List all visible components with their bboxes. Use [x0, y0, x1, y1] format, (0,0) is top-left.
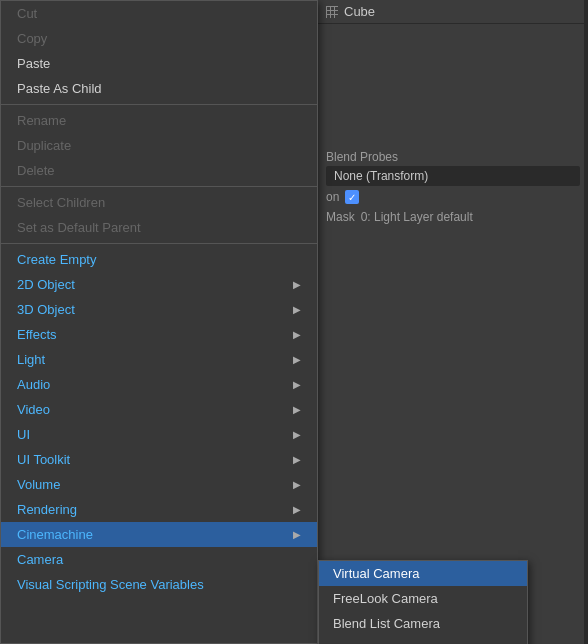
submenu-item-freelook-camera[interactable]: FreeLook Camera — [319, 586, 527, 611]
menu-item-paste-as-child[interactable]: Paste As Child — [1, 76, 317, 101]
submenu-item-blend-list-camera[interactable]: Blend List Camera — [319, 611, 527, 636]
submenu-item-virtual-camera[interactable]: Virtual Camera — [319, 561, 527, 586]
menu-item-create-empty[interactable]: Create Empty — [1, 247, 317, 272]
menu-item-set-default-parent[interactable]: Set as Default Parent — [1, 215, 317, 240]
menu-item-audio[interactable]: Audio ▶ — [1, 372, 317, 397]
inspector-title-text: Cube — [344, 4, 375, 19]
none-transform-value[interactable]: None (Transform) — [326, 166, 580, 186]
checkbox-row: on ✓ — [318, 186, 588, 208]
menu-item-duplicate[interactable]: Duplicate — [1, 133, 317, 158]
blend-probes-label: Blend Probes — [318, 144, 588, 166]
menu-item-volume[interactable]: Volume ▶ — [1, 472, 317, 497]
menu-item-delete[interactable]: Delete — [1, 158, 317, 183]
arrow-icon: ▶ — [293, 479, 301, 490]
menu-item-effects[interactable]: Effects ▶ — [1, 322, 317, 347]
arrow-icon: ▶ — [293, 354, 301, 365]
arrow-icon: ▶ — [293, 454, 301, 465]
menu-item-select-children[interactable]: Select Children — [1, 190, 317, 215]
mask-label: Mask — [326, 210, 355, 224]
menu-item-ui-toolkit[interactable]: UI Toolkit ▶ — [1, 447, 317, 472]
submenu-item-state-driven-camera[interactable]: State-Driven Camera — [319, 636, 527, 644]
menu-item-rendering[interactable]: Rendering ▶ — [1, 497, 317, 522]
inspector-panel: Cube Blend Probes None (Transform) on ✓ … — [318, 0, 588, 644]
on-label: on — [326, 190, 339, 204]
menu-item-copy[interactable]: Copy — [1, 26, 317, 51]
mask-value: 0: Light Layer default — [361, 210, 473, 224]
arrow-icon: ▶ — [293, 504, 301, 515]
separator-2 — [1, 186, 317, 187]
menu-item-cut[interactable]: Cut — [1, 1, 317, 26]
menu-item-3d-object[interactable]: 3D Object ▶ — [1, 297, 317, 322]
arrow-icon: ▶ — [293, 279, 301, 290]
arrow-icon: ▶ — [293, 329, 301, 340]
arrow-icon: ▶ — [293, 379, 301, 390]
separator-3 — [1, 243, 317, 244]
arrow-icon: ▶ — [293, 529, 301, 540]
arrow-icon: ▶ — [293, 304, 301, 315]
menu-item-light[interactable]: Light ▶ — [1, 347, 317, 372]
menu-item-video[interactable]: Video ▶ — [1, 397, 317, 422]
menu-item-camera[interactable]: Camera — [1, 547, 317, 572]
mask-row: Mask 0: Light Layer default — [318, 208, 588, 226]
checkbox-checked[interactable]: ✓ — [345, 190, 359, 204]
inspector-title: Cube — [318, 0, 588, 24]
menu-item-visual-scripting[interactable]: Visual Scripting Scene Variables — [1, 572, 317, 597]
context-menu: Cut Copy Paste Paste As Child Rename Dup… — [0, 0, 318, 644]
menu-item-cinemachine[interactable]: Cinemachine ▶ — [1, 522, 317, 547]
menu-item-ui[interactable]: UI ▶ — [1, 422, 317, 447]
arrow-icon: ▶ — [293, 404, 301, 415]
menu-item-rename[interactable]: Rename — [1, 108, 317, 133]
cinemachine-submenu: Virtual Camera FreeLook Camera Blend Lis… — [318, 560, 528, 644]
menu-item-paste[interactable]: Paste — [1, 51, 317, 76]
separator-1 — [1, 104, 317, 105]
menu-item-2d-object[interactable]: 2D Object ▶ — [1, 272, 317, 297]
arrow-icon: ▶ — [293, 429, 301, 440]
grid-icon — [326, 6, 338, 18]
